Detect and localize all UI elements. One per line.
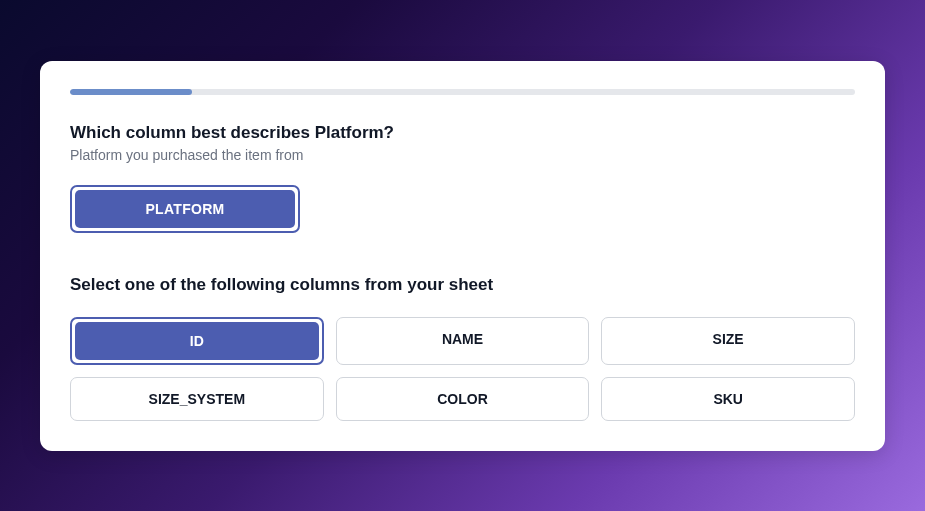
column-option-label: SIZE_SYSTEM: [149, 391, 245, 407]
current-column-badge: PLATFORM: [70, 185, 300, 233]
column-options-grid: ID NAME SIZE SIZE_SYSTEM COLOR SKU: [70, 317, 855, 421]
column-option-label: ID: [75, 322, 319, 360]
question-title: Which column best describes Platform?: [70, 123, 855, 143]
column-option-label: COLOR: [437, 391, 488, 407]
column-option-label: SKU: [713, 391, 743, 407]
column-option-sku[interactable]: SKU: [601, 377, 855, 421]
select-columns-title: Select one of the following columns from…: [70, 275, 855, 295]
column-option-id[interactable]: ID: [70, 317, 324, 365]
column-option-label: NAME: [442, 331, 483, 347]
column-mapping-card: Which column best describes Platform? Pl…: [40, 61, 885, 451]
progress-fill: [70, 89, 192, 95]
column-option-name[interactable]: NAME: [336, 317, 590, 365]
column-option-size-system[interactable]: SIZE_SYSTEM: [70, 377, 324, 421]
column-option-size[interactable]: SIZE: [601, 317, 855, 365]
column-option-label: SIZE: [713, 331, 744, 347]
current-column-label: PLATFORM: [75, 190, 295, 228]
column-option-color[interactable]: COLOR: [336, 377, 590, 421]
question-subtitle: Platform you purchased the item from: [70, 147, 855, 163]
progress-bar: [70, 89, 855, 95]
